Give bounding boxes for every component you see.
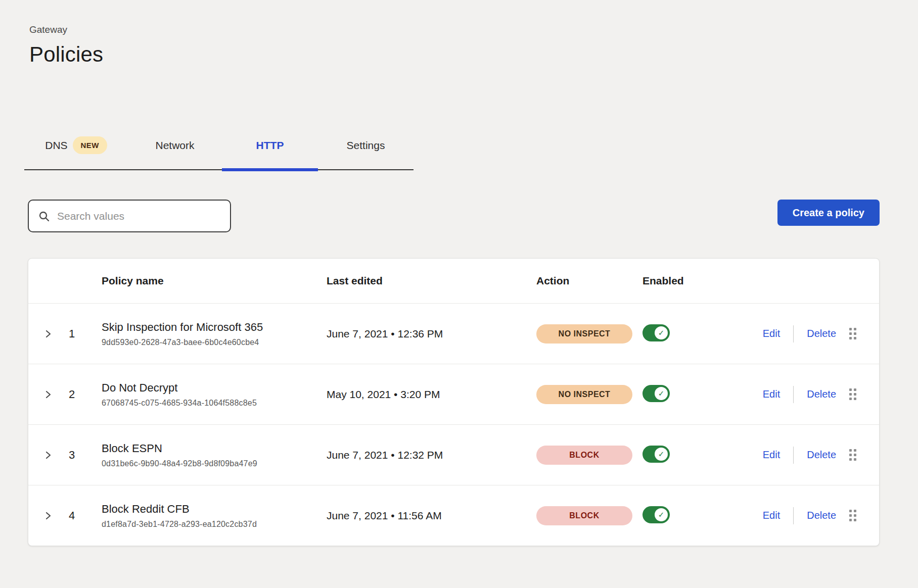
check-icon: ✓ xyxy=(655,387,668,400)
tab-http[interactable]: HTTP xyxy=(222,136,318,169)
drag-handle-icon[interactable] xyxy=(849,328,856,339)
table-row: 4 Block Reddit CFB d1ef8a7d-3eb1-4728-a2… xyxy=(28,485,879,546)
action-badge: BLOCK xyxy=(536,506,632,525)
tab-dns[interactable]: DNS NEW xyxy=(24,136,128,169)
tab-network[interactable]: Network xyxy=(128,136,222,169)
delete-link[interactable]: Delete xyxy=(807,328,836,339)
edit-link[interactable]: Edit xyxy=(763,388,780,400)
tab-settings[interactable]: Settings xyxy=(318,136,414,169)
table-row: 3 Block ESPN 0d31be6c-9b90-48a4-92b8-9d8… xyxy=(28,424,879,485)
expand-chevron-icon[interactable] xyxy=(44,449,53,461)
action-badge: BLOCK xyxy=(536,446,632,465)
action-badge: NO INSPECT xyxy=(536,324,632,344)
last-edited-value: June 7, 2021 • 12:32 PM xyxy=(327,449,536,461)
column-header-policy-name: Policy name xyxy=(102,275,327,287)
tab-network-label: Network xyxy=(155,139,194,152)
policy-name: Do Not Decrypt xyxy=(102,381,327,395)
search-box[interactable] xyxy=(28,200,231,232)
expand-chevron-icon[interactable] xyxy=(44,510,53,522)
check-icon: ✓ xyxy=(655,508,668,521)
search-icon xyxy=(38,210,50,222)
check-icon: ✓ xyxy=(655,326,668,339)
row-number: 1 xyxy=(69,327,102,340)
divider xyxy=(793,507,794,524)
edit-link[interactable]: Edit xyxy=(763,510,780,521)
new-badge: NEW xyxy=(73,136,107,154)
policy-uuid: 9dd593e0-2628-47a3-baee-6b0c4e60cbe4 xyxy=(102,338,327,347)
row-number: 4 xyxy=(69,509,102,522)
divider xyxy=(793,325,794,342)
row-number: 3 xyxy=(69,449,102,462)
tab-settings-label: Settings xyxy=(347,139,385,152)
expand-chevron-icon[interactable] xyxy=(44,328,53,340)
enabled-toggle[interactable]: ✓ xyxy=(642,324,670,341)
last-edited-value: June 7, 2021 • 11:56 AM xyxy=(327,510,536,522)
table-row: 1 Skip Inspection for Microsoft 365 9dd5… xyxy=(28,303,879,364)
row-number: 2 xyxy=(69,388,102,401)
policy-uuid: d1ef8a7d-3eb1-4728-a293-ea120c2cb37d xyxy=(102,520,327,529)
enabled-toggle[interactable]: ✓ xyxy=(642,446,670,463)
delete-link[interactable]: Delete xyxy=(807,449,836,461)
edit-link[interactable]: Edit xyxy=(763,449,780,461)
tab-http-label: HTTP xyxy=(256,139,284,152)
drag-handle-icon[interactable] xyxy=(849,449,856,461)
divider xyxy=(793,447,794,464)
drag-handle-icon[interactable] xyxy=(849,388,856,400)
tab-bar: DNS NEW Network HTTP Settings xyxy=(24,136,414,170)
enabled-toggle[interactable]: ✓ xyxy=(642,385,670,402)
delete-link[interactable]: Delete xyxy=(807,388,836,400)
column-header-last-edited: Last edited xyxy=(327,275,536,287)
breadcrumb: Gateway xyxy=(29,24,918,35)
column-header-action: Action xyxy=(536,275,642,287)
table-row: 2 Do Not Decrypt 67068745-c075-4685-934a… xyxy=(28,364,879,424)
toolbar: Create a policy xyxy=(28,200,880,232)
drag-handle-icon[interactable] xyxy=(849,510,856,521)
action-badge: NO INSPECT xyxy=(536,385,632,404)
policy-name: Block Reddit CFB xyxy=(102,502,327,516)
delete-link[interactable]: Delete xyxy=(807,510,836,521)
search-input[interactable] xyxy=(57,210,221,222)
policy-uuid: 0d31be6c-9b90-48a4-92b8-9d8f09ba47e9 xyxy=(102,459,327,468)
edit-link[interactable]: Edit xyxy=(763,328,780,339)
policy-uuid: 67068745-c075-4685-934a-1064f588c8e5 xyxy=(102,399,327,408)
gateway-policies-page: Gateway Policies DNS NEW Network HTTP Se… xyxy=(0,24,918,588)
last-edited-value: May 10, 2021 • 3:20 PM xyxy=(327,388,536,401)
page-title: Policies xyxy=(29,42,918,67)
expand-chevron-icon[interactable] xyxy=(44,388,53,401)
tab-dns-label: DNS xyxy=(45,139,67,152)
page-header: Gateway Policies xyxy=(29,24,918,67)
check-icon: ✓ xyxy=(655,448,668,461)
policy-name: Block ESPN xyxy=(102,442,327,456)
enabled-toggle[interactable]: ✓ xyxy=(642,506,670,523)
table-header-row: Policy name Last edited Action Enabled xyxy=(28,259,879,303)
policy-name: Skip Inspection for Microsoft 365 xyxy=(102,320,327,334)
policies-table: Policy name Last edited Action Enabled 1… xyxy=(28,258,880,546)
create-policy-button[interactable]: Create a policy xyxy=(777,200,880,226)
last-edited-value: June 7, 2021 • 12:36 PM xyxy=(327,328,536,340)
column-header-enabled: Enabled xyxy=(642,275,731,287)
divider xyxy=(793,386,794,403)
